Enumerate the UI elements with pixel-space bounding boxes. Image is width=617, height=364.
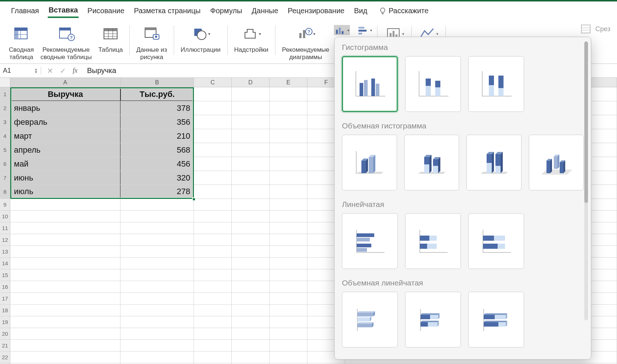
cancel-formula-icon[interactable]: ✕ [47,66,53,75]
cell[interactable] [194,281,232,292]
chart-100-stacked-bar[interactable] [468,213,524,269]
cell[interactable] [194,316,232,328]
cell[interactable] [120,340,194,351]
cell[interactable] [10,234,120,245]
cell[interactable] [194,129,232,143]
cell[interactable] [194,87,232,101]
name-box-stepper[interactable]: ▲▼ [34,68,38,74]
cell[interactable] [120,328,194,339]
fx-icon[interactable]: fx [73,67,77,74]
chart-100-stacked-column[interactable] [468,56,524,112]
cell[interactable] [232,101,270,115]
row-header[interactable]: 16 [0,281,10,292]
cell[interactable] [270,185,307,199]
row-header[interactable]: 8 [0,185,10,199]
slicer-button[interactable]: Срез [580,23,610,34]
tab-data[interactable]: Данные [251,6,279,17]
cell[interactable] [194,269,232,281]
cell[interactable] [232,171,270,185]
col-header-e[interactable]: E [270,78,307,87]
cell[interactable] [270,269,307,281]
cell[interactable]: 210 [120,129,194,143]
cell[interactable] [194,340,232,351]
cell[interactable] [10,340,120,351]
chart-stacked-bar[interactable] [405,213,461,269]
cell[interactable] [194,185,232,199]
cell[interactable] [194,211,232,222]
col-header-c[interactable]: C [194,78,232,87]
cell[interactable] [10,258,120,269]
addins-button[interactable]: ▾ Надстройки [232,23,271,54]
cell[interactable] [232,258,270,269]
row-header[interactable]: 3 [0,115,10,129]
cell[interactable] [270,340,307,351]
cell[interactable] [270,222,307,234]
illustrations-button[interactable]: ▾ Иллюстрации [178,23,223,54]
cell[interactable] [10,281,120,292]
row-header[interactable]: 17 [0,293,10,304]
cell[interactable] [194,352,232,363]
cell[interactable] [270,305,307,316]
row-header[interactable]: 12 [0,234,10,245]
row-header[interactable]: 6 [0,157,10,171]
recommended-charts-button[interactable]: ? ▾ Рекомендуемые диаграммы [280,23,332,61]
column-chart-icon[interactable]: ▾ [334,25,350,35]
cell[interactable] [120,352,194,363]
bar-chart-icon[interactable]: ▾ [357,25,373,35]
cell[interactable] [194,143,232,157]
cell[interactable] [10,269,120,281]
chart-3d-clustered-column[interactable] [342,135,397,190]
cell[interactable] [10,246,120,257]
cell[interactable] [10,352,120,363]
cell[interactable] [194,246,232,257]
cell[interactable] [232,129,270,143]
cell[interactable] [232,281,270,292]
cell[interactable]: май [10,157,120,171]
table-button[interactable]: Таблица [96,23,125,54]
cell[interactable]: Выручка [10,87,120,101]
cell[interactable] [232,185,270,199]
cell[interactable] [194,199,232,210]
cell[interactable] [120,269,194,281]
tab-draw[interactable]: Рисование [87,6,125,17]
tab-review[interactable]: Рецензирование [287,6,345,17]
data-from-picture-button[interactable]: Данные из рисунка [134,23,169,61]
row-header[interactable]: 14 [0,258,10,269]
cell[interactable] [120,211,194,222]
cell[interactable] [270,234,307,245]
cell[interactable]: 320 [120,171,194,185]
chart-3d-stacked-column[interactable] [404,135,459,190]
cell[interactable]: июнь [10,171,120,185]
cell[interactable] [270,246,307,257]
row-header[interactable]: 18 [0,305,10,316]
cell[interactable] [194,328,232,339]
cell[interactable] [232,143,270,157]
row-header[interactable]: 7 [0,171,10,185]
cell[interactable]: 568 [120,143,194,157]
cell[interactable] [10,293,120,304]
cell[interactable]: 456 [120,157,194,171]
cell[interactable]: март [10,129,120,143]
row-header[interactable]: 11 [0,222,10,234]
cell[interactable] [120,305,194,316]
tab-view[interactable]: Вид [353,6,368,17]
chart-3d-100-stacked-column[interactable] [466,135,522,190]
chart-clustered-column[interactable] [342,56,398,112]
cell[interactable] [232,352,270,363]
row-header[interactable]: 1 [0,87,10,101]
cell[interactable] [120,234,194,245]
cell[interactable] [270,352,307,363]
cell[interactable] [270,157,307,171]
cell[interactable] [10,328,120,339]
row-header[interactable]: 9 [0,199,10,210]
cell[interactable] [232,87,270,101]
cell[interactable]: июль [10,185,120,199]
cell[interactable] [270,115,307,129]
cell[interactable] [270,129,307,143]
cell[interactable] [120,281,194,292]
gallery-scrollbar-thumb[interactable] [584,41,588,203]
cell[interactable] [194,157,232,171]
cell[interactable] [270,328,307,339]
recommended-pivot-button[interactable]: ? Рекомендуемые сводные таблицы [38,23,94,61]
tab-layout[interactable]: Разметка страницы [133,6,201,17]
